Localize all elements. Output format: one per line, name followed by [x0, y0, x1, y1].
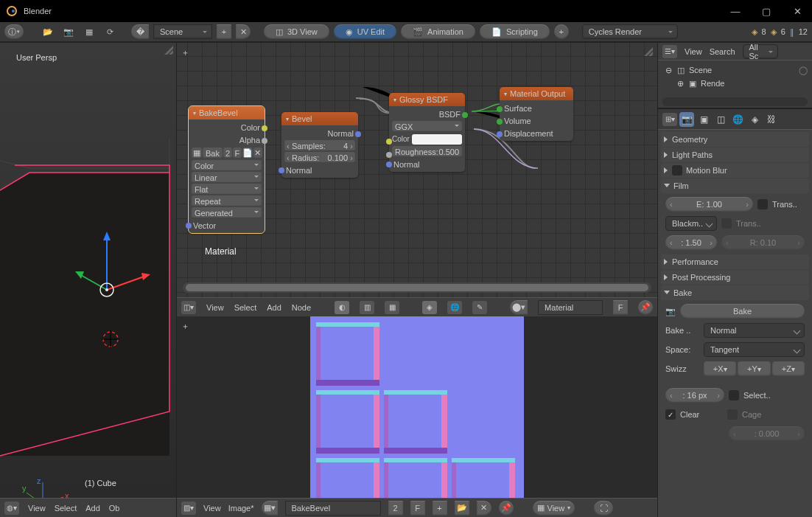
material-fakeuser-button[interactable]: F [613, 300, 628, 315]
3dview-menu-object[interactable]: Ob [109, 504, 120, 513]
image-browse-icon[interactable]: ▦▾ [262, 501, 278, 516]
shader-type-icon[interactable]: ◐ [335, 301, 349, 314]
motion-blur-checkbox[interactable] [672, 165, 682, 176]
image-mode-dropdown[interactable]: ▦ View ▾ [533, 501, 575, 516]
bake-type-dropdown[interactable]: Normal [704, 323, 805, 338]
3d-viewport[interactable]: User Persp [0, 43, 177, 517]
node-menu-select[interactable]: Select [234, 303, 257, 312]
panel-performance[interactable]: Performance [661, 254, 809, 269]
delete-scene-button[interactable]: ✕ [236, 24, 251, 39]
image-name-field[interactable]: Bak [203, 148, 223, 159]
rolling-shutter-field[interactable]: R: 0.10 [721, 235, 805, 250]
image-fakeuser-button[interactable]: F [233, 148, 242, 159]
render-engine-selector[interactable]: Cycles Render [582, 24, 678, 39]
extension-dropdown[interactable]: Repeat [192, 195, 262, 207]
colorspace-dropdown[interactable]: Color [192, 160, 262, 171]
glossy-roughness-field[interactable]: Roughness:0.500 [392, 146, 462, 157]
compositor-type-icon[interactable]: ▥ [360, 301, 374, 314]
projection-dropdown[interactable]: Flat [192, 184, 262, 195]
swizzle-y-dropdown[interactable]: +Y▾ [738, 361, 770, 376]
material-pin-icon[interactable]: 📌 [638, 300, 653, 315]
swizzle-x-dropdown[interactable]: +X▾ [704, 361, 736, 376]
window-minimize-button[interactable]: — [727, 2, 744, 20]
image-open-icon[interactable]: 📂 [455, 501, 469, 516]
layout-tab-3dview[interactable]: ◫3D View [264, 24, 329, 39]
glossy-distribution-dropdown[interactable]: GGX [392, 121, 462, 132]
node-editor[interactable]: ＋ [177, 43, 657, 297]
3dview-menu-select[interactable]: Select [55, 504, 77, 513]
file-open-icon[interactable]: 📂 [40, 24, 56, 40]
region-corner-icon[interactable] [644, 47, 653, 56]
outliner-renderlayers-row[interactable]: ⊕▣ Rende [662, 77, 808, 90]
node-image-texture[interactable]: ▾BakeBevel Color Alpha ▦ Bak 2 F 📄 ✕ [189, 106, 265, 233]
swizzle-z-dropdown[interactable]: +Z▾ [772, 361, 805, 376]
constraints-tab-icon[interactable]: ⛓ [764, 112, 779, 127]
image-pin-icon[interactable]: 📌 [499, 501, 514, 516]
node-menu-node[interactable]: Node [292, 303, 311, 312]
interpolation-dropdown[interactable]: Linear [192, 172, 262, 183]
image-name-field[interactable]: BakeBevel [285, 501, 381, 516]
texture-type-icon[interactable]: ▦ [385, 301, 399, 314]
bake-margin-field[interactable]: : 16 px [665, 388, 724, 403]
bake-clear-checkbox[interactable] [665, 409, 676, 420]
image-menu-image[interactable]: Image* [228, 504, 254, 513]
object-data-icon[interactable]: ◈ [422, 301, 437, 314]
outliner-scrollbar[interactable] [662, 97, 808, 106]
3dview-menu-view[interactable]: View [28, 504, 46, 513]
outliner-scene-row[interactable]: ⊖◫ Scene ◯ [662, 63, 808, 77]
layout-tab-animation[interactable]: 🎬Animation [401, 24, 475, 39]
image-unlink-button[interactable]: ✕ [253, 148, 262, 159]
editor-type-3dview-icon[interactable]: ◍▾ [4, 502, 19, 515]
selected-to-active-checkbox[interactable] [729, 390, 739, 400]
panel-light-paths[interactable]: Light Paths [661, 148, 809, 162]
film-exposure-field[interactable]: E: 1.00 [665, 197, 753, 212]
bake-button[interactable]: Bake [680, 304, 805, 319]
world-tab-icon[interactable]: 🌐 [730, 112, 745, 127]
fit-view-icon[interactable]: ⛶ [594, 501, 613, 516]
reload-icon[interactable]: ▦ [81, 24, 97, 40]
region-corner-icon[interactable] [164, 46, 173, 55]
render-tab-icon[interactable]: 📷 [679, 112, 694, 127]
layout-tab-scripting[interactable]: 📄Scripting [480, 24, 550, 39]
editor-type-info-icon[interactable]: ⓘ▾ [4, 24, 24, 39]
material-browse-icon[interactable]: ⬤▾ [510, 300, 528, 315]
image-unlink-button[interactable]: ✕ [477, 501, 491, 516]
editor-type-node-icon[interactable]: ◫▾ [181, 301, 196, 314]
image-editor[interactable]: ＋ ▧▾ View Image* ▦▾ [177, 316, 657, 517]
panel-geometry[interactable]: Geometry [661, 132, 809, 147]
bake-cage-checkbox[interactable] [727, 409, 738, 420]
image-browse-icon[interactable]: ▦ [192, 148, 202, 159]
object-tab-icon[interactable]: ◈ [747, 112, 762, 127]
panel-motion-blur[interactable]: Motion Blur [661, 163, 809, 178]
film-transparent-checkbox[interactable] [757, 199, 768, 209]
image-fakeuser-button[interactable]: F [410, 501, 425, 516]
panel-film[interactable]: Film [661, 178, 809, 193]
image-new-button[interactable]: + [433, 501, 447, 516]
layout-tab-uvedit[interactable]: ◉UV Edit [334, 24, 396, 39]
outliner-menu-search[interactable]: Search [710, 47, 735, 56]
scene-tab-icon[interactable]: ◫ [713, 112, 728, 127]
lamp-data-icon[interactable]: ✎ [472, 301, 487, 314]
save-icon[interactable]: 📷 [60, 24, 77, 40]
node-editor-scrollbar[interactable] [183, 282, 651, 293]
image-users[interactable]: 2 [388, 501, 403, 516]
recover-icon[interactable]: ⟳ [102, 24, 118, 40]
node-menu-view[interactable]: View [206, 303, 224, 312]
glossy-color-swatch[interactable] [412, 134, 462, 145]
bevel-radius-field[interactable]: Radius:0.100 [284, 152, 355, 163]
node-glossy-bsdf[interactable]: ▾Glossy BSDF BSDF GGX Color Roughness:0.… [389, 93, 465, 172]
pixel-filter-dropdown[interactable]: Blackm.. [665, 216, 717, 231]
editor-type-properties-icon[interactable]: ⊞▾ [662, 113, 677, 126]
add-scene-button[interactable]: + [217, 24, 231, 39]
expand-toolbar-icon[interactable]: ＋ [181, 47, 190, 56]
editor-type-outliner-icon[interactable]: ☰▾ [662, 45, 677, 58]
node-material-output[interactable]: ▾Material Output Surface Volume Displace… [500, 87, 573, 141]
3dview-menu-add[interactable]: Add [85, 504, 100, 513]
editor-type-image-icon[interactable]: ▧▾ [181, 502, 196, 515]
film-transparent-glass-checkbox[interactable] [721, 218, 732, 229]
window-maximize-button[interactable]: ▢ [757, 2, 775, 20]
add-layout-button[interactable]: + [554, 24, 569, 39]
scene-browse-icon[interactable]: � [131, 24, 149, 39]
image-open-icon[interactable]: 📄 [242, 148, 253, 159]
material-name-field[interactable]: Material [538, 300, 603, 315]
